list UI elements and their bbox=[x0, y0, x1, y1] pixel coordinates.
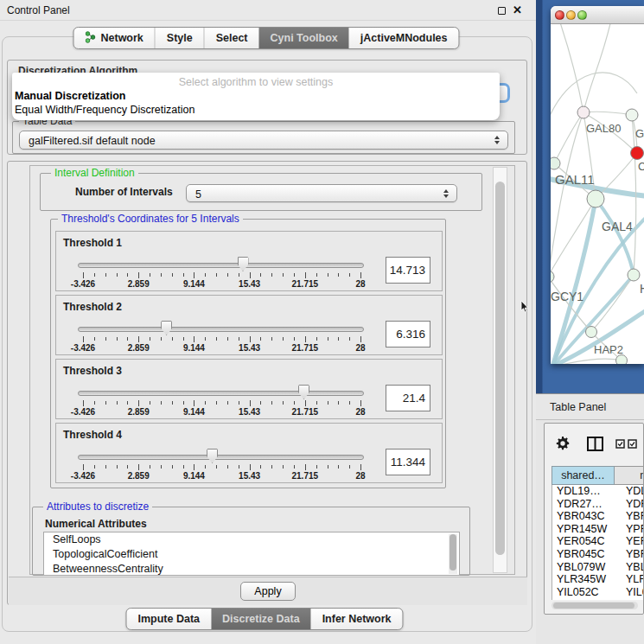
table-row[interactable]: YLR345WYLR3 bbox=[552, 573, 644, 586]
apply-row: Apply bbox=[9, 577, 527, 605]
tab-discretize-data[interactable]: Discretize Data bbox=[211, 609, 311, 629]
tab-cyni-toolbox[interactable]: Cyni Toolbox bbox=[259, 28, 349, 48]
dropdown-option-equal-width-frequency[interactable]: Equal Width/Frequency Discretization bbox=[15, 104, 194, 116]
cell-shared-name[interactable]: YDR27… bbox=[557, 498, 603, 510]
checked-box-icon[interactable] bbox=[615, 439, 625, 451]
table-row[interactable]: YBL079WYBL0 bbox=[552, 561, 644, 574]
checked-box-icon[interactable] bbox=[628, 439, 637, 451]
column-header-name[interactable]: name bbox=[615, 466, 644, 485]
threshold-slider-thumb[interactable] bbox=[161, 321, 172, 335]
list-item-topologicalcoefficient[interactable]: TopologicalCoefficient bbox=[44, 547, 459, 562]
table-row[interactable]: YDR27…YDR2 bbox=[552, 498, 644, 511]
panel-scrollbar[interactable] bbox=[493, 167, 507, 573]
tab-style[interactable]: Style bbox=[155, 28, 204, 48]
network-node[interactable] bbox=[616, 355, 628, 365]
network-node[interactable] bbox=[587, 190, 604, 207]
algorithm-dropdown-popup: Select algorithm to view settings Manual… bbox=[12, 73, 500, 120]
dropdown-option-manual-discretization[interactable]: Manual Discretization bbox=[15, 90, 126, 102]
close-panel-icon[interactable]: ✕ bbox=[513, 3, 522, 16]
table-row[interactable]: YPR145WYPR1 bbox=[552, 523, 644, 536]
network-canvas[interactable]: GAL80GACGAL11GAL4GCY1HHAP2 bbox=[551, 24, 644, 364]
table-row[interactable]: YBR043CYBR0 bbox=[552, 510, 644, 523]
scale-label: 2.859 bbox=[128, 343, 150, 353]
network-node[interactable] bbox=[631, 147, 644, 160]
float-panel-icon[interactable] bbox=[498, 7, 506, 15]
threshold-slider-track[interactable] bbox=[78, 391, 364, 396]
network-node[interactable] bbox=[551, 157, 560, 169]
scale-label: 28 bbox=[355, 343, 365, 353]
control-panel-titlebar: Control Panel ✕ bbox=[0, 0, 536, 21]
cell-name[interactable]: YER0 bbox=[626, 535, 644, 547]
gear-icon[interactable] bbox=[555, 436, 571, 454]
cell-name[interactable]: YIL0 bbox=[626, 586, 644, 598]
tab-label: Select bbox=[216, 32, 248, 44]
network-node[interactable] bbox=[626, 109, 638, 121]
threshold-label: Threshold 4 bbox=[63, 429, 122, 441]
close-window-icon[interactable] bbox=[555, 10, 564, 20]
cell-name[interactable]: YBL0 bbox=[626, 561, 644, 573]
number-of-intervals-spinner[interactable]: 5 bbox=[186, 184, 457, 202]
table-row[interactable]: YBR045CYBR0 bbox=[552, 548, 644, 561]
table-row[interactable]: YIL052CYIL0 bbox=[552, 586, 644, 599]
zoom-window-icon[interactable] bbox=[577, 10, 587, 20]
cell-name[interactable]: YBR0 bbox=[626, 510, 644, 522]
cell-name[interactable]: YDL1 bbox=[626, 485, 644, 497]
threshold-value-field[interactable]: 14.713 bbox=[386, 257, 430, 284]
table-data-combobox[interactable]: galFiltered.sif default node bbox=[19, 131, 508, 150]
cell-shared-name[interactable]: YLR345W bbox=[557, 573, 606, 585]
table-row[interactable]: YER054CYER0 bbox=[552, 535, 644, 548]
numerical-attributes-list[interactable]: SelfLoopsTopologicalCoefficientBetweenne… bbox=[43, 532, 460, 576]
threshold-panel-3: Threshold 3-3.4262.8599.14415.4321.71528… bbox=[55, 359, 443, 419]
table-h-scrollbar[interactable] bbox=[552, 602, 638, 609]
scale-label: 21.715 bbox=[292, 471, 319, 481]
scale-label: 28 bbox=[355, 279, 365, 289]
cell-name[interactable]: YLR3 bbox=[626, 573, 644, 585]
network-node[interactable] bbox=[586, 327, 597, 338]
network-window: GAL80GACGAL11GAL4GCY1HHAP2 bbox=[551, 6, 644, 364]
attributes-group-title: Attributes to discretize bbox=[43, 501, 152, 513]
network-node[interactable] bbox=[628, 269, 640, 281]
threshold-slider-thumb[interactable] bbox=[207, 449, 218, 463]
tab-network[interactable]: Network bbox=[73, 28, 154, 48]
list-scrollbar[interactable] bbox=[449, 534, 457, 574]
cell-shared-name[interactable]: YIL052C bbox=[557, 586, 599, 598]
minimize-window-icon[interactable] bbox=[566, 10, 576, 20]
tab-label: Impute Data bbox=[137, 613, 200, 625]
threshold-slider-track[interactable] bbox=[78, 263, 364, 268]
network-node[interactable] bbox=[551, 271, 554, 283]
cell-shared-name[interactable]: YBL079W bbox=[557, 561, 605, 573]
node-label-gcy1: GCY1 bbox=[551, 290, 583, 303]
threshold-value-field[interactable]: 11.344 bbox=[386, 449, 430, 475]
cell-name[interactable]: YPR1 bbox=[626, 523, 644, 535]
list-item-selfloops[interactable]: SelfLoops bbox=[44, 532, 459, 547]
threshold-slider-track[interactable] bbox=[78, 455, 364, 460]
threshold-value-field[interactable]: 6.316 bbox=[386, 321, 430, 348]
cell-shared-name[interactable]: YER054C bbox=[557, 535, 605, 547]
cell-name[interactable]: YBR0 bbox=[626, 548, 644, 560]
tab-infer-network[interactable]: Infer Network bbox=[311, 609, 403, 629]
network-node[interactable] bbox=[577, 106, 590, 118]
scrollbar-thumb[interactable] bbox=[495, 182, 505, 555]
table-data-value: galFiltered.sif default node bbox=[29, 135, 156, 147]
tab-jactivemnodules[interactable]: jActiveMNodules bbox=[349, 28, 459, 48]
columns-icon[interactable] bbox=[587, 437, 603, 454]
tab-impute-data[interactable]: Impute Data bbox=[126, 609, 211, 629]
threshold-value-field[interactable]: 21.4 bbox=[386, 385, 430, 411]
column-header-shared-name[interactable]: shared… bbox=[552, 466, 615, 485]
scale-label: 9.144 bbox=[183, 407, 205, 417]
cell-name[interactable]: YDR2 bbox=[626, 498, 644, 510]
network-window-background: GAL80GACGAL11GAL4GCY1HHAP2 bbox=[536, 0, 644, 393]
table-row[interactable]: YDL19…YDL1 bbox=[552, 485, 644, 498]
node-table[interactable]: YDL19…YDL1YDR27…YDR2YBR043CYBR0YPR145WYP… bbox=[552, 485, 644, 600]
cell-shared-name[interactable]: YPR145W bbox=[557, 523, 607, 535]
threshold-slider-track[interactable] bbox=[78, 327, 364, 332]
cell-shared-name[interactable]: YBR043C bbox=[557, 510, 605, 522]
threshold-slider-thumb[interactable] bbox=[238, 257, 249, 271]
apply-button[interactable]: Apply bbox=[240, 582, 296, 601]
cell-shared-name[interactable]: YBR045C bbox=[557, 548, 605, 560]
tab-select[interactable]: Select bbox=[204, 28, 259, 48]
threshold-slider-thumb[interactable] bbox=[298, 385, 309, 399]
cell-shared-name[interactable]: YDL19… bbox=[557, 485, 601, 497]
scale-label: 9.144 bbox=[183, 343, 205, 353]
list-item-betweennesscentrality[interactable]: BetweennessCentrality bbox=[44, 562, 459, 576]
